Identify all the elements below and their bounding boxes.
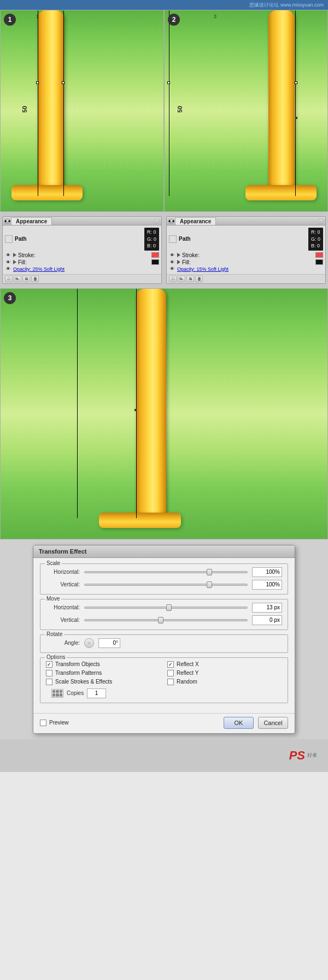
ap-triangle-stroke-2[interactable] [177, 253, 180, 257]
ap-triangle-fill-2[interactable] [177, 260, 180, 264]
cancel-button[interactable]: Cancel [258, 717, 288, 729]
ap-eye-stroke-2[interactable]: 👁 [169, 252, 175, 258]
ap-eye-opacity-2[interactable]: 👁 [169, 266, 175, 272]
ap-title-tab-1[interactable]: Appearance [11, 217, 52, 225]
ap-footer-del-2[interactable]: 🗑 [195, 276, 203, 282]
move-vertical-input[interactable] [252, 615, 282, 625]
scale-vertical-slider[interactable] [84, 584, 248, 586]
scale-horizontal-slider[interactable] [84, 571, 248, 573]
ap-ctrl-close-2[interactable]: × [319, 219, 323, 223]
scale-section-label: Scale [45, 560, 62, 566]
rgb-r-2: R: 0 [311, 229, 320, 236]
cb-row-reflect-y: Reflect Y [167, 670, 282, 676]
yellow-bar-1 [38, 10, 64, 196]
transform-effect-dialog: Transform Effect Scale Horizontal: Verti… [33, 545, 295, 734]
ap-eye-fill-2[interactable]: 👁 [169, 259, 175, 265]
move-vertical-thumb[interactable] [158, 617, 163, 623]
move-horizontal-row: Horizontal: [46, 603, 282, 613]
scale-horizontal-label: Horizontal: [46, 569, 84, 575]
yellow-bar-2 [268, 10, 295, 196]
sel-line-right-1 [63, 10, 64, 196]
ap-footer-del-1[interactable]: 🗑 [31, 276, 39, 282]
options-grid: ✓ Transform Objects ✓ Reflect X Transfor… [46, 661, 282, 685]
ap-fill-swatch-2[interactable] [315, 259, 323, 265]
cb-random-label: Random [177, 679, 197, 685]
dialog-footer-right: OK Cancel [224, 717, 288, 729]
ap-fill-swatch-1[interactable] [151, 259, 159, 265]
rgb-r-1: R: 0 [147, 229, 156, 236]
angle-circle[interactable]: ○ [84, 638, 94, 648]
move-vertical-label: Vertical: [46, 617, 84, 623]
yellow-bar-3 [136, 289, 166, 518]
ap-opacity-row-2: 👁 Opacity: 15% Soft Light [169, 266, 323, 272]
dim-label-2: 50 [177, 106, 183, 112]
ap-ctrl-close-1[interactable]: × [155, 219, 159, 223]
copies-dot-1 [52, 690, 55, 693]
ap-opacity-label-1[interactable]: Opacity: 25% Soft Light [13, 266, 65, 272]
move-horizontal-thumb[interactable] [166, 604, 172, 611]
ap-triangle-fill-1[interactable] [13, 260, 16, 264]
cb-reflect-x-label: Reflect X [177, 661, 199, 667]
ap-eye-opacity-1[interactable]: 👁 [5, 266, 11, 272]
ap-footer-new-2[interactable]: □ [169, 276, 177, 282]
cb-reflect-y[interactable] [167, 670, 174, 676]
cb-transform-patterns-label: Transform Patterns [55, 670, 102, 676]
ap-footer-copy-2[interactable]: ⧉ [186, 276, 194, 282]
bottom-area: PS 好者 [0, 739, 328, 772]
scale-horizontal-input[interactable] [252, 567, 282, 577]
ap-stroke-swatch-1[interactable] [151, 252, 159, 258]
scale-horizontal-thumb[interactable] [207, 569, 212, 575]
cb-random[interactable] [167, 679, 174, 685]
preview-checkbox[interactable] [40, 720, 46, 726]
ap-expand-btn-1[interactable]: ◄◄ [5, 219, 9, 223]
move-horizontal-slider[interactable] [84, 607, 248, 609]
rotate-angle-label: Angle: [46, 640, 84, 646]
copies-input[interactable] [87, 688, 106, 698]
cb-transform-objects[interactable]: ✓ [46, 661, 52, 668]
cb-row-scale-strokes: Scale Strokes & Effects [46, 679, 161, 685]
scale-vertical-input[interactable] [252, 580, 282, 590]
yellow-base-3 [99, 513, 181, 528]
move-vertical-row: Vertical: [46, 615, 282, 625]
rotate-angle-input[interactable] [98, 638, 120, 648]
cb-transform-patterns[interactable] [46, 670, 52, 676]
copies-icon [51, 689, 63, 698]
ok-button[interactable]: OK [224, 717, 254, 729]
ap-eye-fill-1[interactable]: 👁 [5, 259, 11, 265]
ap-title-tab-2[interactable]: Appearance [175, 217, 216, 225]
ap-eye-stroke-1[interactable]: 👁 [5, 252, 11, 258]
ap-stroke-swatch-2[interactable] [315, 252, 323, 258]
ap-footer-fx-1[interactable]: fx. [14, 276, 21, 282]
scale-vertical-thumb[interactable] [207, 581, 212, 588]
move-horizontal-label: Horizontal: [46, 604, 84, 610]
ap-rgb-2: R: 0 G: 0 B: 0 [308, 228, 323, 251]
cb-reflect-x[interactable]: ✓ [167, 661, 174, 668]
cb-scale-strokes[interactable] [46, 679, 52, 685]
appearance-panel-2: ◄◄ Appearance × Path R: 0 G: 0 B: 0 � [166, 216, 326, 284]
ap-footer-copy-1[interactable]: ⧉ [22, 276, 30, 282]
rotate-input-row: ○ [84, 638, 120, 648]
ap-triangle-stroke-1[interactable] [13, 253, 16, 257]
dot-marker-2 [295, 117, 297, 119]
cb-transform-objects-label: Transform Objects [55, 661, 100, 667]
move-horizontal-input[interactable] [252, 603, 282, 613]
ap-footer-new-1[interactable]: □ [5, 276, 13, 282]
scale-vertical-row: Vertical: [46, 580, 282, 590]
yellow-base-2 [245, 185, 317, 200]
copies-dot-2 [56, 690, 58, 693]
move-vertical-slider[interactable] [84, 619, 248, 621]
canvas-panel-3: 3 [0, 288, 328, 539]
ap-path-row-1: Path R: 0 G: 0 B: 0 [5, 228, 159, 251]
yellow-base-1 [11, 185, 83, 200]
copies-dot-6 [60, 693, 62, 697]
cb-row-reflect-x: ✓ Reflect X [167, 661, 282, 668]
ap-expand-btn-2[interactable]: ◄◄ [169, 219, 173, 223]
ap-opacity-label-2[interactable]: Opacity: 15% Soft Light [177, 266, 229, 272]
cb-row-random: Random [167, 679, 282, 685]
ap-footer-2: □ fx. ⧉ 🗑 [167, 274, 325, 283]
top-banner: 思缘设计论坛 www.missyuan.com [0, 0, 328, 10]
ap-stroke-row-2: 👁 Stroke: [169, 252, 323, 258]
step-badge-3: 3 [4, 292, 16, 304]
ap-footer-fx-2[interactable]: fx. [178, 276, 185, 282]
scale-horizontal-row: Horizontal: [46, 567, 282, 577]
